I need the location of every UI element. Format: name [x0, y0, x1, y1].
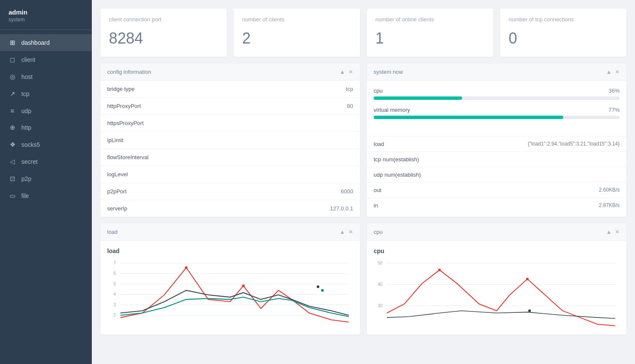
sidebar-header: admin system [0, 0, 92, 30]
system-panel: system now ▲ ✕ cpu 36% virtual memory 77… [367, 64, 626, 217]
progress-bar-fill [374, 116, 563, 119]
config-row: logLevel [100, 166, 360, 183]
config-key: httpProxyPort [107, 103, 141, 109]
svg-point-24 [528, 309, 531, 312]
sidebar-item-socks5[interactable]: ❖socks5 [0, 136, 92, 153]
progress-bar-bg [374, 116, 620, 119]
config-val: 80 [347, 103, 353, 109]
load-collapse-btn[interactable]: ▲ [339, 229, 345, 235]
sys-stat-row: in 2.87KB/s [367, 198, 626, 213]
config-val: 127.0.0.1 [330, 205, 353, 212]
file-icon: ▭ [9, 192, 16, 200]
load-chart-svg: 7 6 5 4 3 2 [107, 259, 353, 331]
cpu-collapse-btn[interactable]: ▲ [606, 229, 612, 235]
secret-icon: ◁ [9, 158, 16, 166]
cpu-chart-title: cpu [374, 229, 383, 235]
config-table: bridge type tcp httpProxyPort 80 httpsPr… [100, 81, 360, 217]
config-row: bridge type tcp [100, 81, 360, 98]
sidebar-item-label: dashboard [21, 39, 50, 46]
system-collapse-btn[interactable]: ▲ [606, 69, 612, 75]
sys-stat-key: load [374, 141, 384, 147]
stat-card-label: number of online clients [375, 16, 485, 23]
chart-panel-row: load ▲ ✕ load [100, 224, 626, 335]
cpu-chart-area: 50 40 30 [374, 259, 620, 331]
config-row: httpsProxyPort [100, 115, 360, 132]
metric-label: virtual memory [374, 107, 410, 113]
sidebar-item-p2p[interactable]: ⊡p2p [0, 170, 92, 187]
load-chart-inner-title: load [107, 248, 353, 254]
cpu-chart-controls: ▲ ✕ [606, 229, 620, 235]
stat-card-number-of-online-clients: number of online clients 1 [367, 9, 493, 57]
config-row: flowStoreInterval [100, 149, 360, 166]
stat-card-number-of-clients: number of clients 2 [234, 9, 360, 57]
sidebar-item-label: http [21, 124, 31, 131]
config-panel-header: config information ▲ ✕ [100, 64, 360, 81]
cpu-chart-panel: cpu ▲ ✕ cpu 50 40 3 [367, 224, 626, 335]
middle-panel-row: config information ▲ ✕ bridge type tcp h… [100, 64, 626, 217]
metric-header: cpu 36% [374, 87, 620, 94]
sys-stats: load {"load1":2.94,"load5":3.21,"load15"… [367, 136, 626, 213]
stat-card-value: 1 [375, 29, 485, 47]
dashboard-icon: ⊞ [9, 39, 16, 47]
sidebar-username: admin [9, 9, 83, 16]
sidebar-item-label: socks5 [21, 141, 40, 148]
sidebar-role: system [9, 17, 83, 23]
sys-stat-key: in [374, 202, 378, 209]
sidebar-item-client[interactable]: ◻client [0, 51, 92, 68]
metric-pct: 77% [609, 107, 620, 113]
svg-point-23 [526, 278, 529, 280]
sidebar-item-secret[interactable]: ◁secret [0, 153, 92, 170]
sidebar-item-tcp[interactable]: ↗tcp [0, 85, 92, 102]
system-panel-title: system now [374, 69, 403, 75]
metric-pct: 36% [609, 87, 620, 94]
system-close-btn[interactable]: ✕ [615, 69, 620, 75]
sidebar-item-dashboard[interactable]: ⊞dashboard [0, 34, 92, 51]
svg-point-12 [185, 266, 187, 269]
sidebar-item-label: secret [21, 158, 38, 165]
stat-card-label: client connection port [109, 16, 218, 23]
cpu-chart-body: cpu 50 40 30 [367, 241, 626, 335]
svg-text:40: 40 [377, 282, 383, 287]
load-chart-title: load [107, 229, 118, 235]
sidebar-nav: ⊞dashboard◻client◎host↗tcp≡udp⊕http❖sock… [0, 30, 92, 364]
config-key: p2pPort [107, 188, 127, 195]
p2p-icon: ⊡ [9, 175, 16, 183]
config-key: bridge type [107, 86, 135, 92]
sidebar-item-file[interactable]: ▭file [0, 187, 92, 204]
config-key: serverIp [107, 205, 127, 212]
config-collapse-btn[interactable]: ▲ [339, 69, 345, 75]
config-key: logLevel [107, 171, 128, 178]
sys-stat-row: tcp num(establish) [367, 151, 626, 167]
sidebar: admin system ⊞dashboard◻client◎host↗tcp≡… [0, 0, 92, 364]
metric-header: virtual memory 77% [374, 107, 620, 113]
config-key: httpsProxyPort [107, 120, 143, 126]
svg-point-15 [321, 289, 324, 291]
config-row: p2pPort 6000 [100, 183, 360, 200]
stat-card-value: 0 [509, 29, 618, 47]
sidebar-item-http[interactable]: ⊕http [0, 119, 92, 136]
svg-text:6: 6 [114, 271, 116, 276]
config-close-btn[interactable]: ✕ [348, 69, 353, 75]
metric-virtual-memory: virtual memory 77% [374, 107, 620, 119]
cpu-chart-svg: 50 40 30 [374, 259, 620, 331]
system-panel-header: system now ▲ ✕ [367, 64, 626, 81]
http-icon: ⊕ [9, 124, 16, 131]
system-panel-controls: ▲ ✕ [606, 69, 620, 75]
cpu-close-btn[interactable]: ✕ [615, 229, 620, 235]
config-panel-controls: ▲ ✕ [339, 69, 353, 75]
sidebar-item-label: udp [21, 108, 31, 114]
config-key: flowStoreInterval [107, 154, 149, 160]
config-val: tcp [346, 86, 353, 92]
load-close-btn[interactable]: ✕ [348, 229, 353, 235]
sidebar-item-host[interactable]: ◎host [0, 68, 92, 85]
cpu-chart-inner-title: cpu [374, 248, 620, 254]
svg-point-14 [317, 285, 319, 288]
sys-stat-key: out [374, 187, 381, 193]
sidebar-item-udp[interactable]: ≡udp [0, 102, 92, 119]
load-chart-header: load ▲ ✕ [100, 224, 360, 241]
config-panel-title: config information [107, 69, 151, 75]
svg-point-22 [438, 268, 441, 271]
svg-text:2: 2 [114, 313, 116, 317]
load-chart-body: load 7 6 5 4 3 [100, 241, 360, 335]
progress-bar-fill [374, 96, 462, 100]
